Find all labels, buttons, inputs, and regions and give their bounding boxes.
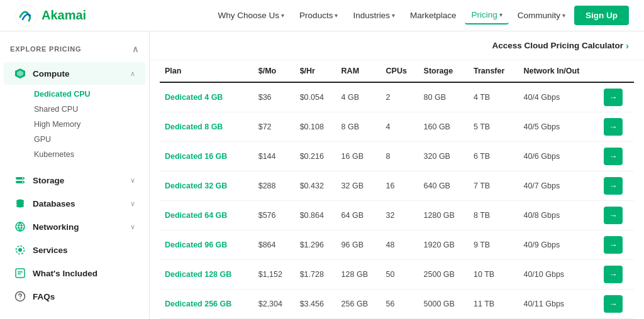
plan-link[interactable]: Dedicated 16 GB	[165, 152, 227, 161]
col-mo: $/Mo	[253, 60, 295, 82]
cell-hr: $1.728	[295, 260, 336, 289]
cell-ram: 256 GB	[336, 289, 381, 319]
nav-marketplace[interactable]: Marketplace	[404, 7, 463, 24]
table-row: Dedicated 128 GB $1,152 $1.728 128 GB 50…	[160, 260, 634, 289]
main-content: Access Cloud Pricing Calculator › Plan $…	[150, 31, 644, 319]
cell-storage: 320 GB	[419, 142, 469, 171]
header: Akamai Why Choose Us ▾ Products ▾ Indust…	[0, 0, 644, 31]
main-nav: Why Choose Us ▾ Products ▾ Industries ▾ …	[212, 6, 629, 25]
main-header: Access Cloud Pricing Calculator ›	[150, 31, 644, 60]
chevron-down-icon: ▾	[335, 12, 338, 19]
services-icon	[14, 244, 26, 256]
cell-action: →	[599, 82, 634, 112]
chevron-up-icon: ∧	[132, 44, 139, 54]
page-layout: EXPLORE PRICING ∧ Compute ∧ Dedicat	[0, 31, 644, 319]
calculator-link[interactable]: Access Cloud Pricing Calculator ›	[492, 40, 629, 51]
cell-ram: 16 GB	[336, 142, 381, 171]
cell-storage: 1280 GB	[419, 201, 469, 230]
nav-industries[interactable]: Industries ▾	[347, 7, 401, 24]
cell-network: 40/4 Gbps	[518, 82, 599, 112]
sidebar-item-shared-cpu[interactable]: Shared CPU	[29, 102, 149, 117]
plan-select-button[interactable]: →	[604, 236, 623, 254]
sidebar-item-faqs[interactable]: FAQs	[4, 285, 145, 308]
svg-point-11	[16, 205, 24, 208]
table-row: Dedicated 4 GB $36 $0.054 4 GB 2 80 GB 4…	[160, 82, 634, 112]
cell-hr: $3.456	[295, 289, 336, 319]
cell-action: →	[599, 201, 634, 230]
cell-hr: $0.432	[295, 171, 336, 201]
plan-select-button[interactable]: →	[604, 89, 623, 106]
sidebar-item-compute[interactable]: Compute ∧	[4, 62, 145, 85]
svg-rect-17	[16, 269, 25, 278]
sidebar-item-networking[interactable]: Networking ∨	[4, 215, 145, 238]
plan-select-button[interactable]: →	[604, 118, 623, 136]
table-row: Dedicated 32 GB $288 $0.432 32 GB 16 640…	[160, 171, 634, 201]
cell-hr: $0.216	[295, 142, 336, 171]
col-hr: $/Hr	[295, 60, 336, 82]
cell-mo: $2,304	[253, 289, 295, 319]
table-row: Dedicated 96 GB $864 $1.296 96 GB 48 192…	[160, 230, 634, 260]
cell-transfer: 6 TB	[469, 142, 518, 171]
cell-mo: $864	[253, 230, 295, 260]
svg-point-21	[19, 298, 21, 299]
nav-products[interactable]: Products ▾	[293, 7, 344, 24]
cell-action: →	[599, 289, 634, 319]
plan-link[interactable]: Dedicated 96 GB	[165, 241, 227, 249]
nav-why-choose-us[interactable]: Why Choose Us ▾	[212, 7, 291, 24]
sidebar-item-storage[interactable]: Storage ∨	[4, 169, 145, 192]
cell-ram: 8 GB	[336, 112, 381, 142]
plan-link[interactable]: Dedicated 64 GB	[165, 211, 227, 220]
cell-network: 40/11 Gbps	[518, 289, 599, 319]
nav-pricing[interactable]: Pricing ▾	[465, 6, 508, 24]
plan-link[interactable]: Dedicated 32 GB	[165, 181, 227, 190]
cell-cpus: 50	[381, 260, 419, 289]
chevron-down-icon: ▾	[562, 12, 565, 19]
cell-storage: 80 GB	[419, 82, 469, 112]
sidebar-item-services[interactable]: Services	[4, 239, 145, 261]
cell-mo: $36	[253, 82, 295, 112]
cell-plan: Dedicated 256 GB	[160, 289, 253, 319]
chevron-down-icon: ▾	[392, 12, 395, 19]
networking-icon	[14, 220, 26, 233]
sidebar-item-whats-included[interactable]: What's Included	[4, 262, 145, 284]
cell-cpus: 4	[381, 112, 419, 142]
logo-area[interactable]: Akamai	[15, 4, 86, 27]
plan-select-button[interactable]: →	[604, 177, 623, 195]
sidebar-item-gpu[interactable]: GPU	[29, 132, 149, 147]
plan-link[interactable]: Dedicated 256 GB	[165, 300, 231, 308]
plan-select-button[interactable]: →	[604, 207, 623, 224]
col-plan: Plan	[160, 60, 253, 82]
pricing-table: Plan $/Mo $/Hr RAM CPUs Storage Transfer…	[160, 60, 634, 319]
cell-cpus: 56	[381, 289, 419, 319]
table-row: Dedicated 16 GB $144 $0.216 16 GB 8 320 …	[160, 142, 634, 171]
plan-link[interactable]: Dedicated 4 GB	[165, 93, 223, 102]
plan-link[interactable]: Dedicated 8 GB	[165, 122, 223, 131]
sidebar-title: EXPLORE PRICING ∧	[0, 39, 149, 59]
cell-transfer: 5 TB	[469, 112, 518, 142]
svg-point-0	[16, 5, 37, 26]
table-row: Dedicated 8 GB $72 $0.108 8 GB 4 160 GB …	[160, 112, 634, 142]
sidebar-item-dedicated-cpu[interactable]: Dedicated CPU	[29, 87, 149, 102]
sidebar-item-databases[interactable]: Databases ∨	[4, 192, 145, 215]
cell-action: →	[599, 112, 634, 142]
plan-link[interactable]: Dedicated 128 GB	[165, 270, 231, 279]
plan-select-button[interactable]: →	[604, 295, 623, 313]
cell-plan: Dedicated 128 GB	[160, 260, 253, 289]
sidebar: EXPLORE PRICING ∧ Compute ∧ Dedicat	[0, 31, 150, 319]
cell-ram: 32 GB	[336, 171, 381, 201]
chevron-down-icon: ▾	[499, 11, 502, 18]
plan-select-button[interactable]: →	[604, 148, 623, 165]
logo-text: Akamai	[42, 8, 86, 23]
svg-point-15	[18, 248, 22, 252]
cell-transfer: 11 TB	[469, 289, 518, 319]
plan-select-button[interactable]: →	[604, 266, 623, 283]
col-storage: Storage	[419, 60, 469, 82]
cell-ram: 128 GB	[336, 260, 381, 289]
signup-button[interactable]: Sign Up	[574, 6, 629, 25]
sidebar-item-kubernetes[interactable]: Kubernetes	[29, 147, 149, 162]
svg-point-6	[22, 181, 23, 183]
nav-community[interactable]: Community ▾	[511, 7, 572, 24]
col-ram: RAM	[336, 60, 381, 82]
cell-cpus: 32	[381, 201, 419, 230]
sidebar-item-high-memory[interactable]: High Memory	[29, 117, 149, 132]
